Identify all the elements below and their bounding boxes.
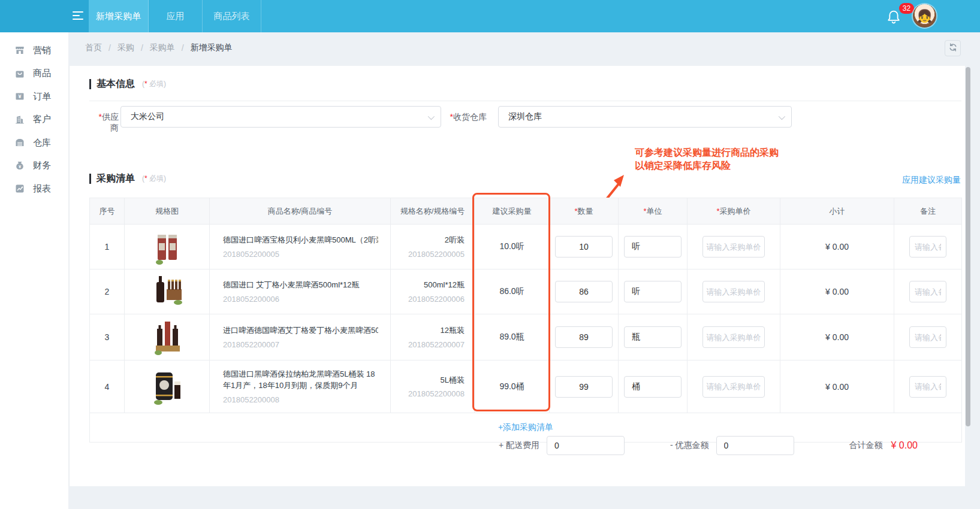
bag-icon — [14, 68, 25, 79]
product-name: 德国进口啤酒宝格贝利小麦黑啤500ML（2听装） — [223, 235, 378, 246]
avatar[interactable]: 👧 — [913, 4, 936, 28]
col-spec-name: 规格名称/规格编号 — [391, 198, 475, 225]
tab-apps[interactable]: 应用 — [149, 0, 203, 32]
sidebar-item-label: 仓库 — [33, 137, 51, 149]
col-spec-image: 规格图 — [125, 198, 210, 225]
top-navbar: 新增采购单 应用 商品列表 32 👧 — [0, 0, 980, 32]
breadcrumb-separator: / — [141, 43, 143, 53]
add-purchase-item-link[interactable]: +添加采购清单 — [498, 422, 553, 432]
price-input[interactable] — [702, 376, 765, 398]
remark-input[interactable] — [909, 281, 946, 302]
tab-product-list[interactable]: 商品列表 — [203, 0, 261, 32]
spec-cell: 500ml*12瓶 2018052200006 — [391, 269, 475, 314]
product-image-bottle-case — [150, 271, 184, 313]
unit-input[interactable] — [624, 236, 682, 257]
annotation-text: 可参考建议采购量进行商品的采购 以销定采降低库存风险 — [635, 146, 779, 172]
warehouse-icon — [14, 137, 25, 148]
col-product-name: 商品名称/商品编号 — [210, 198, 391, 225]
warehouse-value: 深圳仓库 — [508, 111, 542, 122]
row-thumb-cell — [125, 314, 210, 360]
title-bar-decoration — [89, 174, 91, 184]
shipping-fee-input[interactable] — [547, 436, 625, 455]
product-name: 德国进口黑啤酒保拉纳柏龙黑啤酒5L桶装 18年1月产，18年10月到期，保质期9… — [223, 369, 378, 392]
shipping-fee-label: + 配送费用 — [499, 440, 539, 451]
sidebar-item-label: 财务 — [33, 160, 51, 171]
purchase-table-wrap: 序号 规格图 商品名称/商品编号 规格名称/规格编号 建议采购量 *数量 *单位… — [89, 198, 961, 443]
row-thumb-cell — [125, 225, 210, 269]
navbar-right: 32 👧 — [878, 0, 980, 32]
notification-badge: 32 — [899, 3, 914, 14]
unit-input[interactable] — [624, 376, 682, 398]
col-remark: 备注 — [894, 198, 962, 225]
vertical-scrollbar[interactable] — [966, 67, 970, 426]
sidebar-item-customers[interactable]: 客户 — [14, 114, 68, 125]
warehouse-label: *收货仓库 — [447, 112, 487, 123]
spec-code: 2018052200005 — [391, 250, 465, 259]
spec-cell: 12瓶装 2018052200007 — [391, 314, 475, 360]
suggested-qty: 10.0听 — [475, 225, 550, 269]
table-row: 1 德国进口啤酒宝格贝利小麦黑啤500ML（2听装） 2018052200005… — [90, 225, 962, 269]
spec-code: 2018052200006 — [391, 295, 465, 304]
sidebar-item-label: 营销 — [33, 45, 51, 56]
unit-input[interactable] — [624, 281, 682, 302]
total-label: 合计金额 — [849, 440, 883, 451]
sidebar-item-warehouse[interactable]: 仓库 — [14, 137, 68, 148]
refresh-button[interactable] — [945, 40, 961, 56]
sidebar-item-products[interactable]: 商品 — [14, 68, 68, 79]
qty-input[interactable] — [555, 236, 613, 257]
spec-name: 5L桶装 — [391, 375, 465, 386]
apply-suggested-qty-link[interactable]: 应用建议采购量 — [902, 175, 961, 186]
product-name-cell: 德国进口黑啤酒保拉纳柏龙黑啤酒5L桶装 18年1月产，18年10月到期，保质期9… — [210, 360, 391, 413]
product-name-cell: 德国进口 艾丁格小麦黑啤酒500ml*12瓶 2018052200006 — [210, 269, 391, 314]
breadcrumb-separator: / — [182, 43, 184, 53]
breadcrumb: 首页 / 采购 / 采购单 / 新增采购单 — [85, 43, 233, 53]
spec-name: 500ml*12瓶 — [391, 280, 465, 291]
qty-input[interactable] — [555, 281, 613, 302]
store-icon — [14, 45, 25, 56]
table-row: 2 德国进口 艾丁格小麦黑啤酒500ml*12瓶 2018052200006 5… — [90, 269, 962, 314]
main-area: 首页 / 采购 / 采购单 / 新增采购单 — [69, 32, 980, 509]
row-index: 1 — [90, 225, 125, 269]
warehouse-select[interactable]: 深圳仓库 — [498, 106, 792, 128]
col-qty: *数量 — [550, 198, 619, 225]
qty-input[interactable] — [555, 326, 613, 348]
supplier-select[interactable]: 大米公司 — [120, 106, 441, 128]
menu-fold-icon[interactable] — [73, 11, 85, 21]
summary-row: + 配送费用 - 优惠金额 合计金额 ¥ 0.00 — [89, 435, 918, 456]
purchase-list-title: 采购清单 (* 必填) — [89, 172, 166, 185]
price-input[interactable] — [702, 236, 765, 257]
content-panel: 基本信息 (* 必填) *供应商 大米公司 *收货仓库 深圳仓库 可参考建议采购… — [69, 66, 965, 486]
price-input[interactable] — [702, 326, 765, 348]
product-name: 德国进口 艾丁格小麦黑啤酒500ml*12瓶 — [223, 280, 378, 291]
row-index: 4 — [90, 360, 125, 413]
qty-input[interactable] — [555, 376, 613, 398]
notification-bell-button[interactable]: 32 — [885, 8, 903, 26]
sidebar-item-reports[interactable]: 报表 — [14, 183, 68, 194]
col-subtotal: 小计 — [780, 198, 894, 225]
sidebar-item-finance[interactable]: ¥ 财务 — [14, 160, 68, 171]
breadcrumb-purchase[interactable]: 采购 — [117, 43, 134, 53]
breadcrumb-purchase-order[interactable]: 采购单 — [150, 43, 175, 53]
breadcrumb-home[interactable]: 首页 — [85, 43, 102, 53]
unit-input[interactable] — [624, 326, 682, 348]
row-thumb-cell — [125, 269, 210, 314]
sidebar-item-orders[interactable]: ¥ 订单 — [14, 91, 68, 102]
basic-info-title-text: 基本信息 — [97, 78, 135, 90]
product-code: 2018052200005 — [223, 250, 378, 259]
remark-input[interactable] — [909, 236, 946, 257]
price-input[interactable] — [702, 281, 765, 302]
required-hint: (* 必填) — [142, 79, 166, 89]
remark-input[interactable] — [909, 326, 946, 348]
product-code: 2018052200007 — [223, 340, 378, 349]
spec-name: 12瓶装 — [391, 325, 465, 337]
discount-label: - 优惠金额 — [670, 440, 709, 451]
refresh-icon — [948, 43, 958, 54]
remark-input[interactable] — [909, 376, 946, 398]
discount-input[interactable] — [716, 436, 794, 455]
sidebar-item-marketing[interactable]: 营销 — [14, 45, 68, 56]
tab-new-purchase-order[interactable]: 新增采购单 — [89, 0, 149, 32]
bell-icon — [885, 17, 902, 28]
chevron-down-icon — [779, 113, 785, 120]
app-root: 新增采购单 应用 商品列表 32 👧 — [0, 0, 980, 509]
product-name-cell: 德国进口啤酒宝格贝利小麦黑啤500ML（2听装） 2018052200005 — [210, 225, 391, 269]
